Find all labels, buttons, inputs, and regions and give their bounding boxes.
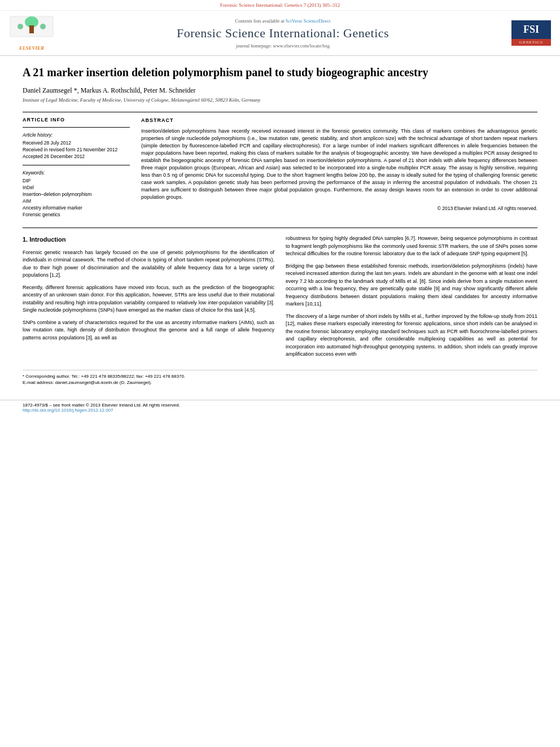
revised-date: Received in revised form 21 November 201… xyxy=(23,147,130,152)
abstract-section: Abstract Insertion/deletion polymorphism… xyxy=(141,117,537,219)
article-info-abstract: Article Info Article history: Received 2… xyxy=(23,117,537,219)
kw-divider xyxy=(23,165,130,165)
abstract-text: Insertion/deletion polymorphisms have re… xyxy=(141,128,537,201)
bottom-bar: 1872-4973/$ – see front matter © 2013 El… xyxy=(0,400,560,415)
article-info-heading: Article Info xyxy=(23,117,130,123)
body-paragraph: robustness for typing highly degraded DN… xyxy=(286,235,537,258)
body-paragraph: Bridging the gap between these establish… xyxy=(286,263,537,308)
elsevier-logo: ELSEVIER xyxy=(9,15,54,51)
fsi-logo-box: FSI xyxy=(511,20,551,39)
citation-bar: Forensic Science International: Genetics… xyxy=(0,0,560,11)
keyword-item: Forensic genetics xyxy=(23,212,130,217)
keyword-item: AIM xyxy=(23,198,130,204)
keyword-item: Insertion–deletion polymorphism xyxy=(23,191,130,197)
fsi-logo: FSI GENETICS xyxy=(511,20,551,46)
body-paragraph: Recently, different forensic application… xyxy=(23,284,274,314)
body-paragraph: Forensic genetic research has largely fo… xyxy=(23,249,274,279)
body-col-left: 1. Introduction Forensic genetic researc… xyxy=(23,235,274,363)
article-info: Article Info Article history: Received 2… xyxy=(23,117,130,219)
received-date: Received 28 July 2012 xyxy=(23,140,130,146)
section1-number: 1. xyxy=(23,236,28,243)
info-divider xyxy=(23,127,130,128)
keyword-item: InDel xyxy=(23,185,130,190)
section1-heading: 1. Introduction xyxy=(23,235,274,244)
sciverse-link[interactable]: SciVerse ScienceDirect xyxy=(286,18,331,24)
main-content: A 21 marker insertion deletion polymorph… xyxy=(0,56,560,395)
journal-header: ELSEVIER Contents lists available at Sci… xyxy=(0,11,560,56)
footnote-corresponding: * Corresponding author. Tel.: +49 221 47… xyxy=(23,374,537,379)
svg-rect-2 xyxy=(29,25,34,33)
affiliation: Institute of Legal Medicine, Faculty of … xyxy=(23,97,537,103)
header-divider xyxy=(23,112,537,112)
abstract-heading: Abstract xyxy=(141,117,537,124)
issn-text: 1872-4973/$ – see front matter © 2013 El… xyxy=(23,403,537,408)
section1-title: Introduction xyxy=(29,236,65,243)
citation-text: Forensic Science International: Genetics… xyxy=(220,2,340,8)
journal-title: Forensic Science International: Genetics xyxy=(54,26,511,41)
body-divider xyxy=(23,228,537,228)
svg-point-3 xyxy=(18,24,23,29)
body-col2-paragraphs: robustness for typing highly degraded DN… xyxy=(286,235,537,359)
keywords-heading: Keywords: xyxy=(23,170,130,176)
footnote-area: * Corresponding author. Tel.: +49 221 47… xyxy=(23,370,537,385)
body-paragraph: The discovery of a large number of short… xyxy=(286,313,537,359)
keyword-item: Ancestry informative marker xyxy=(23,205,130,211)
body-col-right: robustness for typing highly degraded DN… xyxy=(286,235,537,363)
svg-point-4 xyxy=(40,24,46,29)
body-paragraph: SNPs combine a variety of characteristic… xyxy=(23,319,274,342)
keyword-item: DIP xyxy=(23,178,130,184)
article-title: A 21 marker insertion deletion polymorph… xyxy=(23,65,537,80)
body-columns: 1. Introduction Forensic genetic researc… xyxy=(23,235,537,363)
body-col1-paragraphs: Forensic genetic research has largely fo… xyxy=(23,249,274,342)
footnote-email: E-mail address: daniel.zaumsegel@uk-koel… xyxy=(23,380,537,385)
accepted-date: Accepted 26 December 2012 xyxy=(23,154,130,159)
contents-line: Contents lists available at SciVerse Sci… xyxy=(54,18,511,24)
copyright-line: © 2013 Elsevier Ireland Ltd. All rights … xyxy=(141,205,537,212)
doi-link[interactable]: http://dx.doi.org/10.1016/j.fsigen.2012.… xyxy=(23,408,113,413)
authors: Daniel Zaumsegel *, Markus A. Rothschild… xyxy=(23,86,537,95)
fsi-logo-sub: GENETICS xyxy=(511,39,551,46)
journal-homepage: journal homepage: www.elsevier.com/locat… xyxy=(54,43,511,49)
history-label: Article history: xyxy=(23,132,130,138)
keywords-list: DIPInDelInsertion–deletion polymorphismA… xyxy=(23,178,130,217)
keywords-section: Keywords: DIPInDelInsertion–deletion pol… xyxy=(23,165,130,217)
header-center: Contents lists available at SciVerse Sci… xyxy=(54,18,511,49)
